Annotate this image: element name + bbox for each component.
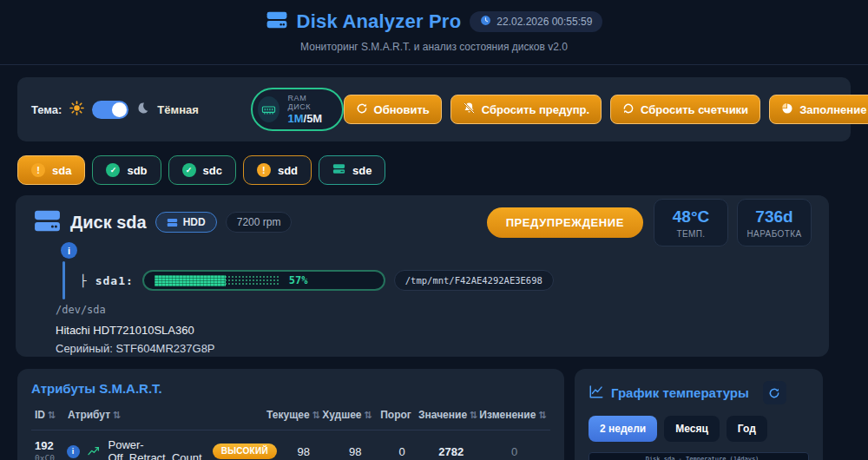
smart-table-header: ID⇅ Атрибут⇅ Текущее⇅ Худшее⇅ Порог Знач… bbox=[31, 409, 550, 430]
toolbar-actions: Обновить Сбросить предупр. Сбросить счет… bbox=[344, 95, 868, 124]
theme-value: Тёмная bbox=[157, 103, 198, 116]
bell-slash-icon bbox=[463, 102, 476, 117]
chart-period-switcher: 2 недели Месяц Год bbox=[589, 416, 809, 442]
theme-switcher: Тема: Тёмная bbox=[31, 101, 199, 119]
partition-name: ├ sda1: bbox=[80, 274, 134, 287]
attr-current: 98 bbox=[277, 445, 330, 458]
disk-model: Hitachi HDT721010SLA360 bbox=[56, 324, 812, 337]
disk-serial: Серийный: STF604MR237G8P bbox=[56, 342, 812, 355]
disk-type-badge: HDD bbox=[155, 212, 217, 233]
chart-refresh-button[interactable] bbox=[763, 381, 786, 404]
partition-row: ├ sda1: 57% /tmp/mnt/F42AE4292AE3E698 bbox=[62, 260, 812, 300]
period-year[interactable]: Год bbox=[727, 416, 767, 442]
column-header-attr[interactable]: Атрибут⇅ bbox=[68, 409, 266, 421]
reset-icon bbox=[622, 102, 635, 117]
attr-level-badge: ВЫСОКИЙ bbox=[213, 444, 277, 459]
partition-percent: 57% bbox=[289, 274, 308, 286]
attr-threshold: 0 bbox=[380, 445, 424, 458]
attr-id: 192 bbox=[35, 440, 67, 451]
device-path: /dev/sda bbox=[56, 304, 812, 316]
period-month[interactable]: Месяц bbox=[664, 416, 720, 442]
mount-path-badge: /tmp/mnt/F42AE4292AE3E698 bbox=[394, 270, 554, 291]
attr-id-hex: 0xC0 bbox=[35, 453, 67, 460]
partition-progress-track bbox=[155, 275, 280, 286]
ramdisk-label: RAM ДИСК bbox=[287, 94, 326, 111]
sort-icon: ⇅ bbox=[113, 410, 121, 421]
smart-attributes-panel: Атрибуты S.M.A.R.T. ID⇅ Атрибут⇅ Текущее… bbox=[17, 369, 564, 460]
rpm-badge: 7200 rpm bbox=[226, 212, 293, 233]
app-header: Disk Analyzer Pro 22.02.2026 00:55:59 Мо… bbox=[0, 0, 868, 65]
tab-sdd[interactable]: sdd bbox=[243, 155, 312, 185]
column-header-value[interactable]: Значение⇅ bbox=[418, 409, 476, 421]
attr-name: Power-Off_Retract_Count bbox=[108, 438, 202, 460]
moon-icon bbox=[136, 102, 149, 117]
sun-icon bbox=[69, 101, 84, 118]
check-circle-icon: ✓ bbox=[182, 163, 196, 177]
reset-warnings-button[interactable]: Сбросить предупр. bbox=[450, 95, 602, 124]
sort-icon: ⇅ bbox=[538, 410, 546, 421]
disk-detail-panel: Диск sda HDD 7200 rpm ПРЕДУПРЕЖДЕНИЕ 48°… bbox=[16, 195, 829, 357]
refresh-icon bbox=[356, 102, 368, 117]
theme-toggle[interactable] bbox=[92, 101, 128, 119]
pie-icon bbox=[781, 102, 793, 117]
check-circle-icon: ✓ bbox=[106, 163, 120, 177]
table-row: 192 0xC0 i Power-Off_Retract_Count ВЫСОК… bbox=[31, 430, 550, 460]
sort-icon: ⇅ bbox=[48, 410, 56, 421]
ramdisk-drive-icon bbox=[332, 162, 345, 178]
reset-counters-button[interactable]: Сбросить счетчики bbox=[610, 95, 760, 124]
disk-drive-icon bbox=[33, 207, 62, 239]
tab-sdb[interactable]: ✓ sdb bbox=[92, 155, 161, 185]
tab-sde[interactable]: sde bbox=[319, 155, 385, 185]
tab-sdc[interactable]: ✓ sdc bbox=[168, 155, 236, 185]
line-chart-icon bbox=[589, 384, 604, 403]
disk-info-icon[interactable]: i bbox=[61, 242, 77, 259]
refresh-button[interactable]: Обновить bbox=[344, 95, 442, 124]
ramdisk-value: 1M/5M bbox=[287, 112, 326, 125]
theme-label: Тема: bbox=[31, 103, 62, 116]
fill-button[interactable]: Заполнение bbox=[769, 95, 868, 124]
disk-title: Диск sda bbox=[70, 213, 147, 233]
column-header-threshold: Порог bbox=[373, 409, 418, 421]
column-header-id[interactable]: ID⇅ bbox=[31, 409, 68, 421]
tab-sda[interactable]: sda bbox=[17, 155, 85, 185]
theme-toggle-knob bbox=[112, 102, 127, 117]
smart-panel-title: Атрибуты S.M.A.R.T. bbox=[31, 381, 550, 396]
ramdisk-indicator: RAM ДИСК 1M/5M bbox=[251, 88, 344, 131]
disk-status-badge: ПРЕДУПРЕЖДЕНИЕ bbox=[487, 207, 643, 238]
app-subtitle: Мониторинг S.M.A.R.T. и анализ состояния… bbox=[0, 41, 868, 53]
svg-text:Disk sda - Temperature (14days: Disk sda - Temperature (14days) bbox=[646, 456, 760, 460]
attr-delta: 0 bbox=[478, 445, 550, 458]
column-header-worst[interactable]: Худшее⇅ bbox=[321, 409, 373, 421]
info-icon[interactable]: i bbox=[67, 445, 80, 458]
attr-value: 2782 bbox=[424, 445, 478, 458]
page-title: Disk Analyzer Pro bbox=[297, 10, 462, 33]
trend-chart-icon[interactable] bbox=[87, 444, 101, 460]
disk-tabs: sda ✓ sdb ✓ sdc sdd sde bbox=[17, 155, 851, 185]
sort-icon: ⇅ bbox=[312, 410, 320, 421]
column-header-delta[interactable]: Изменение⇅ bbox=[476, 409, 550, 421]
temp-panel-title: График температуры bbox=[611, 385, 749, 400]
temperature-chart-panel: График температуры 2 недели Месяц Год Di… bbox=[575, 369, 823, 460]
app-logo-disk-icon bbox=[266, 9, 288, 35]
partition-usage-bar: 57% bbox=[142, 270, 385, 291]
uptime-stat: 736d НАРАБОТКА bbox=[737, 199, 812, 246]
attr-worst: 98 bbox=[330, 445, 380, 458]
period-2weeks[interactable]: 2 недели bbox=[589, 416, 657, 442]
temperature-stat: 48°C ТЕМП. bbox=[654, 199, 728, 246]
partition-progress-fill bbox=[155, 275, 227, 286]
warning-circle-icon bbox=[31, 163, 45, 177]
temperature-chart: Disk sda - Temperature (14days)504846444… bbox=[589, 452, 809, 460]
partition-tree-line bbox=[62, 261, 65, 299]
warning-circle-icon bbox=[257, 163, 271, 177]
sort-icon: ⇅ bbox=[364, 410, 372, 421]
timestamp-badge: 22.02.2026 00:55:59 bbox=[470, 11, 602, 32]
clock-icon bbox=[480, 15, 491, 29]
toolbar: Тема: Тёмная RAM ДИСК 1M/5M Обновить Сбр… bbox=[17, 77, 851, 141]
column-header-current[interactable]: Текущее⇅ bbox=[266, 409, 321, 421]
ram-icon bbox=[258, 96, 280, 122]
